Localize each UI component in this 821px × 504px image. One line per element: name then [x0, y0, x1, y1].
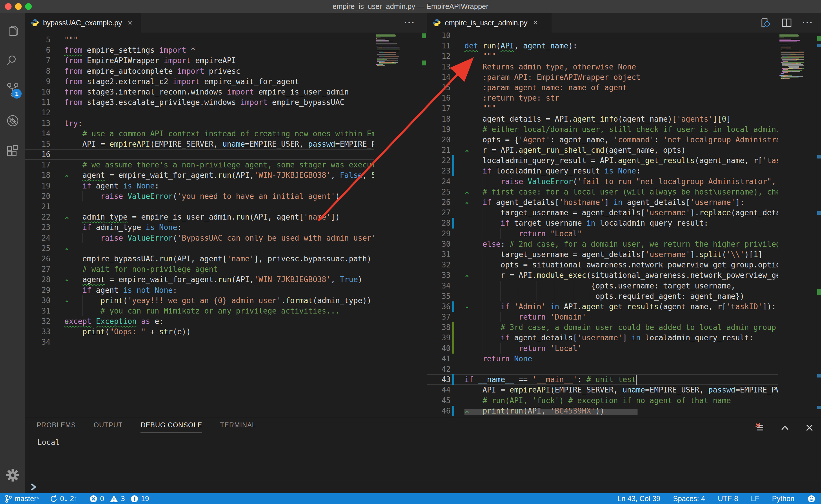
code-line[interactable]: 31 target_username = agent_details['user…	[427, 249, 821, 260]
code-line[interactable]: 11def run(API, agent_name):	[427, 41, 821, 51]
split-editor-icon[interactable]	[781, 17, 792, 29]
sidebar-item-explorer[interactable]	[0, 19, 25, 44]
code-line[interactable]: 28 if target_username in localadmin_quer…	[427, 218, 821, 228]
code-line[interactable]: 24 raise ValueError('fail to run "net lo…	[427, 176, 821, 187]
code-line[interactable]: 32 opts = situational_awareness.network_…	[427, 260, 821, 270]
code-line[interactable]: 41 return None	[427, 354, 821, 364]
more-actions-icon[interactable]: ···	[802, 18, 814, 28]
code-line[interactable]: 31 # you can run Mimikatz or any privile…	[25, 306, 427, 316]
code-line[interactable]: 21	[25, 201, 427, 212]
code-line[interactable]: 20 raise ValueError('you need to have an…	[25, 191, 427, 201]
code-line[interactable]: 42	[427, 364, 821, 374]
code-line[interactable]: 27 # wait for non-privilege agent	[25, 264, 427, 274]
problems-status[interactable]: 0 3 19	[89, 494, 149, 503]
code-line[interactable]: 10from stage3.internal_reconn.windows im…	[25, 87, 427, 97]
code-line[interactable]: 26 if agent_details['hostname'] in agent…	[427, 197, 821, 207]
tab-problems[interactable]: PROBLEMS	[37, 421, 76, 433]
clear-console-icon[interactable]	[755, 422, 765, 433]
code-line[interactable]: 21 r = API.agent_run_shell_cmd(agent_nam…	[427, 145, 821, 155]
code-line[interactable]: 19 # either local/domain user, still che…	[427, 124, 821, 135]
sidebar-item-extensions[interactable]	[0, 139, 25, 164]
code-line[interactable]: 33 print("Oops: " + str(e))	[25, 326, 427, 337]
code-line[interactable]: 19 if agent is None:	[25, 181, 427, 191]
code-line[interactable]: 23 if localadmin_query_result is None:	[427, 166, 821, 176]
code-line[interactable]: 35 opts.required_agent: agent_name})	[427, 291, 821, 301]
code-line[interactable]: 33 r = API.module_exec(situational_aware…	[427, 270, 821, 280]
code-line[interactable]: 23 if admin_type is None:	[25, 222, 427, 233]
code-line[interactable]: 22 admin_type = empire_is_user_admin.run…	[25, 212, 427, 222]
code-line[interactable]: 13try:	[25, 118, 427, 129]
code-line[interactable]: 15 API = empireAPI(EMPIRE_SERVER, uname=…	[25, 139, 427, 149]
cursor-position[interactable]: Ln 43, Col 39	[618, 494, 660, 503]
tab-terminal[interactable]: TERMINAL	[220, 421, 256, 433]
code-line[interactable]: 18 agent = empire_wait_for_agent.run(API…	[25, 170, 427, 180]
git-branch-status[interactable]: master*	[5, 494, 39, 503]
code-line[interactable]: 37 return 'Domain'	[427, 312, 821, 322]
feedback-smiley-icon[interactable]	[807, 494, 816, 503]
tab-debug-console[interactable]: DEBUG CONSOLE	[140, 421, 202, 433]
language-mode[interactable]: Python	[772, 494, 794, 503]
more-actions-icon[interactable]: ···	[404, 18, 415, 28]
close-icon[interactable]: ×	[533, 18, 538, 27]
code-line[interactable]: 43if __name__ == '__main__': # unit test	[427, 374, 821, 385]
code-line[interactable]: 9from stage2.external_c2 import empire_w…	[25, 76, 427, 87]
sidebar-item-debug[interactable]	[0, 108, 25, 133]
sidebar-item-source-control[interactable]: 1	[0, 77, 25, 102]
indentation[interactable]: Spaces: 4	[673, 494, 705, 503]
code-line[interactable]: 7from EmpireAPIWrapper import empireAPI	[25, 55, 427, 66]
sidebar-item-search[interactable]	[0, 48, 25, 73]
tab-bypassuac-example[interactable]: bypassUAC_example.py ×	[25, 13, 141, 33]
encoding[interactable]: UTF-8	[718, 494, 738, 503]
code-line[interactable]: 17 # we assume there's a non-privilege a…	[25, 160, 427, 170]
code-line[interactable]: 38 # 3rd case, a domain user could be ad…	[427, 322, 821, 333]
editor-right[interactable]: 1011def run(API, agent_name):12 """13 Re…	[427, 33, 821, 417]
code-line[interactable]: 10	[427, 33, 821, 41]
maximize-panel-icon[interactable]	[780, 423, 790, 433]
code-line[interactable]: 13 Returns admin type, otherwise None	[427, 62, 821, 72]
debug-console-input[interactable]	[25, 480, 821, 494]
code-line[interactable]: 34 {opts.username: target_username,	[427, 281, 821, 291]
code-line[interactable]: 32except Exception as e:^	[25, 316, 427, 326]
code-line[interactable]: 12 """	[427, 51, 821, 61]
code-line[interactable]: 5"""	[25, 35, 427, 45]
code-line[interactable]: 30 else: # 2nd case, for a domain user, …	[427, 239, 821, 249]
code-line[interactable]: 12	[25, 107, 427, 118]
code-line[interactable]: 28 agent = empire_wait_for_agent.run(API…	[25, 274, 427, 285]
code-line[interactable]: 18 agent_details = API.agent_info(agent_…	[427, 114, 821, 124]
code-line[interactable]: 14 :param API: EmpireAPIWrapper object	[427, 72, 821, 82]
code-line[interactable]: 25^	[25, 243, 427, 254]
editor-left[interactable]: 5"""6from empire_settings import *7from …	[25, 33, 427, 417]
code-line[interactable]: 45 # run(API, 'fuck') # exception if no …	[427, 395, 821, 406]
minimap[interactable]	[778, 33, 816, 417]
code-line[interactable]: 6from empire_settings import *	[25, 45, 427, 55]
code-line[interactable]: 26 empire_bypassUAC.run(API, agent['name…	[25, 254, 427, 264]
code-line[interactable]: 36 if 'Admin' in API.agent_get_results(a…	[427, 301, 821, 312]
code-line[interactable]: 22 localadmin_query_result = API.agent_g…	[427, 155, 821, 166]
code-line[interactable]: 16	[25, 149, 427, 160]
code-line[interactable]: 27 target_username = agent_details['user…	[427, 207, 821, 218]
code-line[interactable]: 29 return "Local"	[427, 229, 821, 239]
code-line[interactable]: 11from stage3.escalate_privilege.windows…	[25, 97, 427, 107]
code-line[interactable]: 30 print('yeay!!! we got an {0} admin us…	[25, 295, 427, 306]
code-line[interactable]: 34	[25, 337, 427, 347]
code-line[interactable]: 39 if agent_details['username'] in local…	[427, 333, 821, 343]
code-line[interactable]: 40 return 'Local'	[427, 343, 821, 354]
close-panel-icon[interactable]	[805, 423, 814, 432]
eol-sequence[interactable]: LF	[751, 494, 759, 503]
code-line[interactable]: 15 :param agent_name: name of agent	[427, 82, 821, 93]
code-line[interactable]: 8from empire_autocomplete import privesc	[25, 66, 427, 76]
code-line[interactable]: 29 if agent is not None:	[25, 285, 427, 295]
tab-empire-is-user-admin[interactable]: empire_is_user_admin.py ×	[427, 13, 551, 33]
horizontal-scrollbar[interactable]	[464, 409, 638, 415]
code-line[interactable]: 20 opts = {'Agent': agent_name, 'command…	[427, 135, 821, 145]
code-line[interactable]: 24 raise ValueError('BypassUAC can only …	[25, 233, 427, 243]
code-line[interactable]: 44 API = empireAPI(EMPIRE_SERVER, uname=…	[427, 385, 821, 395]
code-line[interactable]: 25 # first case: for a local user (will …	[427, 187, 821, 197]
sync-status[interactable]: 0↓ 2↑	[50, 494, 78, 503]
code-line[interactable]: 14 # use a common API context instead of…	[25, 129, 427, 139]
code-line[interactable]: 17 """	[427, 103, 821, 114]
open-preview-icon[interactable]	[760, 17, 771, 29]
close-icon[interactable]: ×	[128, 18, 132, 27]
code-line[interactable]: 16 :return type: str	[427, 93, 821, 103]
tab-output[interactable]: OUTPUT	[94, 421, 123, 433]
